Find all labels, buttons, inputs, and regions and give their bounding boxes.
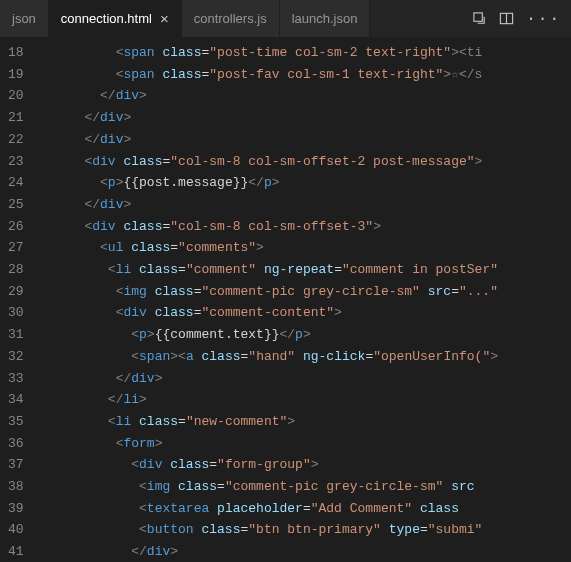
code-line: </div> [38,541,571,562]
code-line: <p>{{comment.text}}</p> [38,324,571,346]
tab-actions: ··· [462,0,571,37]
code-line: <span class="post-fav col-sm-1 text-righ… [38,64,571,86]
tab-launch-json[interactable]: launch.json [280,0,371,37]
code-line: <ul class="comments"> [38,237,571,259]
tab-label: connection.html [61,11,152,26]
code-line: <span class="post-time col-sm-2 text-rig… [38,42,571,64]
code-line: <img class="comment-pic grey-circle-sm" … [38,476,571,498]
code-line: <div class="form-group"> [38,454,571,476]
code-line: </div> [38,107,571,129]
editor: 1819202122232425262728293031323334353637… [0,38,571,562]
tab-connection-html[interactable]: connection.html × [49,0,182,37]
code-line: <div class="comment-content"> [38,302,571,324]
tab-label: launch.json [292,11,358,26]
code-line: </div> [38,368,571,390]
code-area[interactable]: <span class="post-time col-sm-2 text-rig… [38,38,571,562]
tab-controllers-js[interactable]: controllers.js [182,0,280,37]
code-line: <img class="comment-pic grey-circle-sm" … [38,281,571,303]
code-line: <button class="btn btn-primary" type="su… [38,519,571,541]
line-number-gutter: 1819202122232425262728293031323334353637… [0,38,38,562]
code-line: </div> [38,129,571,151]
code-line: </li> [38,389,571,411]
code-line: <p>{{post.message}}</p> [38,172,571,194]
tab-label: controllers.js [194,11,267,26]
code-line: <div class="col-sm-8 col-sm-offset-2 pos… [38,151,571,173]
tab-json[interactable]: json [0,0,49,37]
code-line: <span><a class="hand" ng-click="openUser… [38,346,571,368]
tab-label: json [12,11,36,26]
code-line: <li class="new-comment"> [38,411,571,433]
code-line: <div class="col-sm-8 col-sm-offset-3"> [38,216,571,238]
tab-bar: json connection.html × controllers.js la… [0,0,571,38]
code-line: </div> [38,85,571,107]
code-line: <textarea placeholder="Add Comment" clas… [38,498,571,520]
more-actions-icon[interactable]: ··· [526,10,561,28]
code-line: <form> [38,433,571,455]
svg-rect-0 [474,13,482,21]
split-editor-icon[interactable] [499,11,514,26]
code-line: </div> [38,194,571,216]
code-line: <li class="comment" ng-repeat="comment i… [38,259,571,281]
close-icon[interactable]: × [160,11,169,26]
compare-changes-icon[interactable] [472,11,487,26]
